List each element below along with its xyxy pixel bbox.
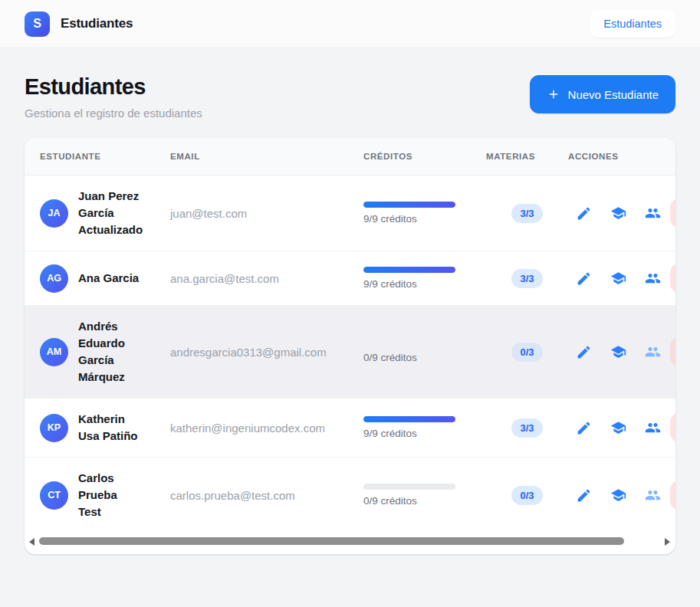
subjects-button[interactable]: [610, 487, 626, 504]
student-email: carlos.prueba@test.com: [170, 489, 363, 502]
groups-button[interactable]: [645, 487, 661, 504]
subjects-button[interactable]: [610, 205, 626, 221]
graduation-cap-icon: [610, 270, 626, 287]
table-body: JA Juan Perez García Actualizado juan@te…: [25, 176, 675, 533]
nav-estudiantes-button[interactable]: Estudiantes: [590, 10, 675, 38]
subjects-button[interactable]: [610, 344, 626, 360]
student-name: Juan Perez García Actualizado: [78, 188, 140, 238]
students-table: ESTUDIANTE EMAIL CRÉDITOS MATERIAS ACCIO…: [25, 138, 675, 533]
materias-badge: 3/3: [511, 204, 542, 223]
edit-student-button[interactable]: [576, 271, 592, 287]
groups-button[interactable]: [645, 420, 661, 436]
student-email: ana.garcia@test.com: [170, 272, 363, 285]
credits-progress-fill: [363, 202, 455, 208]
credits-cell: 0/9 créditos: [363, 484, 486, 507]
people-icon: [645, 487, 661, 504]
delete-student-button[interactable]: [670, 413, 675, 442]
credits-progress-track: [363, 340, 455, 346]
credits-cell: 9/9 créditos: [363, 416, 486, 439]
student-cell: AM Andrés Eduardo García Márquez: [25, 318, 170, 386]
graduation-cap-icon: [610, 419, 626, 436]
page-title-block: Estudiantes Gestiona el registro de estu…: [25, 74, 202, 120]
materias-cell: 0/3: [486, 343, 568, 362]
credits-progress-track: [363, 484, 455, 490]
student-name: Andrés Eduardo García Márquez: [78, 318, 140, 386]
subjects-button[interactable]: [610, 420, 626, 436]
people-icon: [645, 270, 661, 287]
delete-student-button[interactable]: [670, 199, 675, 228]
app-header: S Estudiantes Estudiantes: [0, 0, 700, 48]
actions-cell: [568, 481, 675, 510]
edit-student-button[interactable]: [576, 420, 592, 436]
student-avatar: JA: [40, 199, 68, 228]
credits-label: 0/9 créditos: [363, 495, 486, 507]
credits-progress-track: [363, 202, 455, 208]
scroll-left-arrow-icon[interactable]: [29, 538, 35, 546]
student-avatar: AG: [40, 264, 68, 293]
pencil-icon: [576, 344, 592, 360]
credits-cell: 0/9 créditos: [363, 340, 486, 363]
delete-student-button[interactable]: [670, 481, 675, 510]
student-cell: JA Juan Perez García Actualizado: [25, 188, 170, 238]
page-subtitle: Gestiona el registro de estudiantes: [25, 107, 202, 120]
subjects-button[interactable]: [610, 271, 626, 287]
plus-icon: [547, 87, 560, 101]
delete-student-button[interactable]: [670, 337, 675, 366]
people-icon: [645, 419, 661, 436]
edit-student-button[interactable]: [576, 205, 592, 221]
delete-student-button[interactable]: [670, 264, 675, 293]
student-cell: AG Ana Garcia: [25, 264, 170, 293]
table-row: AM Andrés Eduardo García Márquez andresg…: [25, 306, 675, 399]
scrollbar-thumb[interactable]: [39, 537, 624, 545]
graduation-cap-icon: [610, 487, 626, 504]
student-name: Carlos Prueba Test: [78, 470, 140, 520]
column-header-estudiante: ESTUDIANTE: [25, 152, 170, 161]
student-avatar: CT: [40, 481, 68, 510]
graduation-cap-icon: [610, 205, 626, 221]
credits-label: 9/9 créditos: [363, 213, 486, 225]
materias-cell: 3/3: [486, 418, 568, 438]
app-title: Estudiantes: [61, 16, 133, 31]
main-content: Estudiantes Gestiona el registro de estu…: [0, 48, 700, 554]
materias-cell: 3/3: [486, 204, 568, 223]
groups-button[interactable]: [645, 344, 661, 360]
table-header-row: ESTUDIANTE EMAIL CRÉDITOS MATERIAS ACCIO…: [25, 138, 675, 176]
student-cell: KP Katherin Usa Patiño: [25, 411, 170, 445]
table-row: KP Katherin Usa Patiño katherin@ingenium…: [25, 399, 675, 458]
edit-student-button[interactable]: [576, 487, 592, 504]
student-cell: CT Carlos Prueba Test: [25, 470, 170, 520]
scroll-right-arrow-icon[interactable]: [665, 538, 670, 546]
app-logo: S: [25, 11, 50, 37]
student-avatar: KP: [40, 414, 68, 442]
app-window: S Estudiantes Estudiantes Estudiantes Ge…: [0, 0, 700, 607]
actions-cell: [568, 264, 675, 293]
credits-label: 9/9 créditos: [363, 278, 486, 290]
column-header-creditos: CRÉDITOS: [363, 152, 486, 161]
students-table-card: ESTUDIANTE EMAIL CRÉDITOS MATERIAS ACCIO…: [25, 138, 675, 554]
credits-progress-track: [363, 267, 455, 273]
column-header-email: EMAIL: [170, 152, 363, 161]
pencil-icon: [576, 487, 592, 504]
materias-badge: 3/3: [511, 418, 542, 438]
actions-cell: [568, 413, 675, 442]
pencil-icon: [576, 420, 592, 436]
student-avatar: AM: [40, 338, 68, 366]
edit-student-button[interactable]: [576, 344, 592, 360]
credits-progress-fill: [363, 416, 455, 422]
credits-cell: 9/9 créditos: [363, 202, 486, 225]
pencil-icon: [576, 271, 592, 287]
actions-cell: [568, 199, 675, 228]
new-student-button[interactable]: Nuevo Estudiante: [530, 75, 675, 113]
horizontal-scrollbar[interactable]: [25, 535, 675, 547]
credits-label: 0/9 créditos: [363, 352, 486, 363]
pencil-icon: [576, 205, 592, 221]
people-icon: [645, 205, 661, 221]
credits-progress-fill: [363, 267, 455, 273]
groups-button[interactable]: [645, 205, 661, 221]
groups-button[interactable]: [645, 271, 661, 287]
materias-cell: 3/3: [486, 269, 568, 288]
table-row: AG Ana Garcia ana.garcia@test.com 9/9 cr…: [25, 251, 675, 306]
materias-cell: 0/3: [486, 486, 568, 505]
actions-cell: [568, 337, 675, 366]
people-icon: [645, 343, 661, 360]
